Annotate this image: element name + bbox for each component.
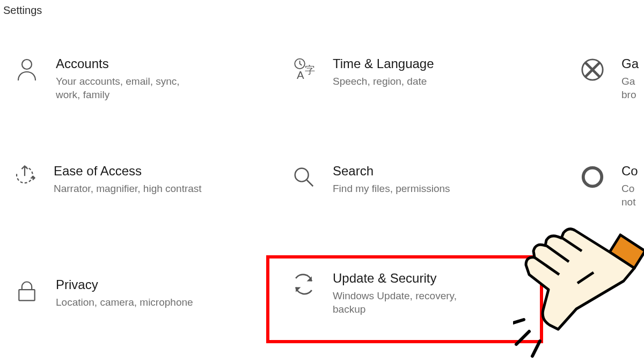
lock-icon [13,277,41,305]
cortana-icon [579,163,606,191]
tile-title: Ga [621,56,639,72]
svg-point-0 [22,60,32,69]
search-icon [290,163,318,191]
tile-privacy[interactable]: Privacy Location, camera, microphone [13,277,193,309]
svg-line-8 [516,331,529,344]
xbox-icon [579,56,606,84]
tile-desc: Narrator, magnifier, high contrast [54,182,202,196]
sync-icon [290,270,318,298]
ease-of-access-icon [11,163,39,191]
tile-time-language[interactable]: A 字 Time & Language Speech, region, date [290,56,434,88]
svg-text:A: A [297,69,304,81]
tile-title: Privacy [56,277,193,293]
tile-accounts[interactable]: Accounts Your accounts, email, sync, wor… [13,56,206,101]
svg-text:字: 字 [305,64,315,76]
tile-desc: Location, camera, microphone [56,296,193,309]
svg-point-6 [583,168,602,187]
svg-rect-7 [19,290,34,300]
tile-desc: Your accounts, email, sync, work, family [56,75,206,101]
svg-point-5 [295,168,309,182]
tile-desc: Speech, region, date [333,75,434,88]
pointing-hand-icon [513,219,644,358]
tile-ease-of-access[interactable]: Ease of Access Narrator, magnifier, high… [11,163,202,196]
tile-desc: Ga bro [621,75,639,101]
tile-desc: Find my files, permissions [333,182,450,196]
time-language-icon: A 字 [290,56,318,84]
tile-title: Time & Language [333,56,434,72]
tile-title: Ease of Access [54,163,202,179]
person-icon [13,56,41,84]
window-title: Settings [3,4,42,17]
tile-title: Accounts [56,56,206,72]
tile-cortana[interactable]: Co Co not [579,163,638,209]
svg-line-9 [532,341,540,356]
tile-gaming[interactable]: Ga Ga bro [579,56,639,101]
tile-title: Co [621,163,638,179]
tile-desc: Co not [621,182,638,209]
tile-title: Update & Security [333,270,483,286]
tile-update-security[interactable]: Update & Security Windows Update, recove… [290,270,483,316]
tile-search[interactable]: Search Find my files, permissions [290,163,450,196]
svg-line-10 [513,320,524,324]
tile-title: Search [333,163,450,179]
tile-desc: Windows Update, recovery, backup [333,290,483,316]
